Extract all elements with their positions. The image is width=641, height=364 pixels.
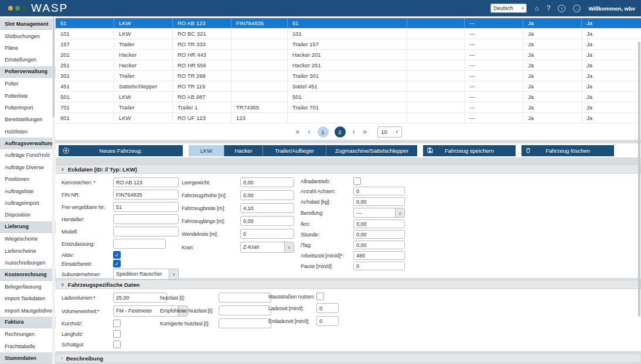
input-ladevolumen[interactable]: [113, 293, 167, 303]
table-cell: FIN764835: [231, 18, 288, 28]
segment-hacker[interactable]: Hacker: [224, 145, 262, 156]
sidebar-item-polterimport[interactable]: Polterimport: [0, 102, 56, 114]
sidebar-item-pläne[interactable]: Pläne: [0, 42, 56, 54]
input-achslast-kg[interactable]: [353, 197, 405, 206]
input-ladezeit-min-t[interactable]: [316, 303, 339, 313]
input-fahrzeuglänge-m[interactable]: [240, 216, 294, 226]
page-button-1[interactable]: 1: [318, 126, 329, 138]
table-cell: Hacker 201: [288, 50, 407, 60]
sidebar-item-ausschreibungen[interactable]: Ausschreibungen: [0, 257, 56, 269]
input-arbeitszeit-min-d[interactable]: [353, 251, 405, 260]
sidebar-item-import-mautgebühren[interactable]: Import Mautgebühren: [0, 304, 56, 316]
input-km[interactable]: [353, 219, 405, 228]
table-row[interactable]: 701TrailerTrailer 1TR74365Trailer 701---…: [56, 102, 641, 113]
field-label-fahrzeugzhöhe-m: Fahrzeugzhöhe [m]:: [182, 193, 240, 198]
sidebar-scrollbar-thumb[interactable]: [53, 18, 54, 117]
sidebar-item-disposition[interactable]: Disposition: [0, 209, 56, 221]
page-size-select[interactable]: 10∨: [377, 126, 402, 138]
table-row[interactable]: 157TrailerRO TR 333Trailer 157---JaJa: [56, 39, 641, 50]
input-frei-vergebbare-nr[interactable]: [113, 202, 179, 212]
sidebar-item-rechnungen[interactable]: Rechnungen: [0, 328, 56, 340]
sidebar-item-belegerfassung[interactable]: Belegerfassung: [0, 281, 56, 293]
table-row[interactable]: 251HackerRO HR 556Hacker 251---JaJa: [56, 60, 641, 71]
checkbox-einsatzbereit[interactable]: ✓: [113, 260, 121, 267]
input-anzahl-achsen[interactable]: [353, 187, 405, 195]
checkbox-mautstraßen-nutzen[interactable]: [316, 293, 324, 300]
table-row[interactable]: 451SattelschlepperRO TR 119Sattel 451---…: [56, 81, 641, 92]
input-erstzulassung[interactable]: [113, 239, 166, 249]
first-page-button[interactable]: «: [295, 128, 301, 136]
sidebar-item-lieferscheine[interactable]: Lieferscheine: [0, 245, 56, 256]
last-page-button[interactable]: »: [362, 128, 369, 136]
sidebar-item-aufträge-forst-holz[interactable]: Aufträge Forst/Holz: [0, 149, 56, 161]
table-row[interactable]: 301TrailerRO TR 298Trailer 301---JaJa: [56, 71, 641, 81]
table-row[interactable]: 501LKWRO AB 987501---JaJa: [56, 92, 641, 102]
input-tag[interactable]: [353, 241, 405, 249]
checkbox-kurzholz[interactable]: [113, 320, 121, 327]
input-pause-min-d[interactable]: [353, 262, 405, 270]
table-cell: ---: [465, 92, 523, 102]
sidebar-item-einstellungen[interactable]: Einstellungen: [0, 54, 56, 66]
help-icon[interactable]: ?: [547, 4, 551, 12]
input-wendekreis-m[interactable]: [240, 229, 294, 239]
form-row: Allradantrieb:: [301, 177, 405, 185]
field-label-langholz: Langholz:: [62, 331, 113, 337]
welcome-text: Willkommen, wbv: [588, 5, 635, 12]
main-scrollbar[interactable]: [638, 42, 640, 317]
checkbox-schüttgut[interactable]: [113, 341, 121, 348]
input-kennzeichen[interactable]: [113, 177, 179, 187]
checkbox-langholz[interactable]: [113, 330, 121, 338]
input-modell[interactable]: [113, 226, 179, 236]
sidebar-item-import-tankdaten[interactable]: Import Tankdaten: [0, 293, 56, 304]
save-icon: [427, 147, 433, 153]
sidebar-item-holzlisten[interactable]: Holzlisten: [0, 126, 56, 138]
input-fin-nr[interactable]: [113, 190, 179, 200]
sidebar-item-wiegescheine[interactable]: Wiegescheine: [0, 233, 56, 245]
select-kran[interactable]: Z-Kran∨: [240, 242, 294, 253]
sidebar-item-frachttabelle[interactable]: Frachttabelle: [0, 341, 56, 352]
input-empfohlene-nutzlast-t[interactable]: [219, 305, 271, 315]
input-nutzlast-t[interactable]: [219, 293, 271, 303]
table-row[interactable]: 201HackerRO HR 443Hacker 201---JaJa: [56, 50, 641, 60]
sidebar-item-bereitstellungen[interactable]: Bereitstellungen: [0, 114, 56, 125]
input-leergewicht[interactable]: [240, 177, 294, 187]
section-header-eckdaten[interactable]: ∨ Eckdaten (ID: // Typ: LKW): [56, 164, 641, 174]
checkbox-allradantrieb[interactable]: [353, 177, 361, 185]
table-row[interactable]: 801LKWRO UF 123123---JaJa: [56, 113, 641, 123]
sidebar-item-polterliste[interactable]: Polterliste: [0, 90, 56, 101]
sidebar-item-auftragsimport[interactable]: Auftragsimport: [0, 197, 56, 209]
select-subunternehmer[interactable]: Spedition Rauscher∨: [113, 269, 179, 280]
table-row[interactable]: 101LKWRO BC 321101---JaJa: [56, 29, 641, 39]
input-hersteller[interactable]: [113, 214, 179, 224]
language-select[interactable]: Deutsch ∨: [490, 4, 527, 13]
sidebar-item-auftragsliste[interactable]: Auftragsliste: [0, 185, 56, 197]
sidebar-item-aufträge-diverse[interactable]: Aufträge Diverse: [0, 162, 56, 173]
segment-lkw[interactable]: LKW: [189, 145, 224, 156]
table-cell: Ja: [582, 81, 641, 91]
input-fahrzeugzhöhe-m[interactable]: [240, 190, 294, 200]
next-page-button[interactable]: ›: [352, 128, 356, 136]
input-fahrzeugbreite-m[interactable]: [240, 203, 294, 213]
field-label-einsatzbereit: Einsatzbereit:: [62, 261, 113, 267]
home-icon[interactable]: ⌂: [534, 4, 538, 12]
sidebar-item-positionen[interactable]: Positionen: [0, 173, 56, 185]
segment-zugmaschine-sattelschlepper[interactable]: Zugmaschine/Sattelschlepper: [326, 145, 417, 156]
input-stunde[interactable]: [353, 230, 405, 239]
prev-page-button[interactable]: ‹: [307, 128, 312, 136]
segment-trailer-auflieger[interactable]: Trailer/Auflieger: [262, 145, 326, 156]
sidebar-item-polter[interactable]: Polter: [0, 78, 56, 90]
input-korrigierte-nutzlast-t[interactable]: [219, 318, 271, 328]
info-icon[interactable]: i: [558, 5, 565, 12]
logout-icon[interactable]: →: [573, 5, 581, 12]
page-button-2[interactable]: 2: [335, 126, 346, 138]
sidebar-scrollbar[interactable]: [52, 16, 55, 364]
select-bereifung[interactable]: ---∨: [353, 208, 405, 218]
delete-vehicle-button[interactable]: Fahrzeug löschen: [521, 145, 614, 156]
new-vehicle-button[interactable]: Neues Fahrzeug:: [59, 145, 183, 156]
checkbox-aktiv[interactable]: ✓: [113, 251, 121, 259]
table-row[interactable]: 51LKWRO AB 123FIN76483551---JaJa: [56, 18, 641, 29]
sidebar-item-slotbuchungen[interactable]: Slotbuchungen: [0, 30, 56, 42]
input-entladezeit-min-t[interactable]: [316, 316, 339, 326]
save-vehicle-button[interactable]: Fahrzeug speichern: [423, 145, 516, 156]
section-header-beschreibung[interactable]: › Beschreibung: [56, 353, 641, 363]
